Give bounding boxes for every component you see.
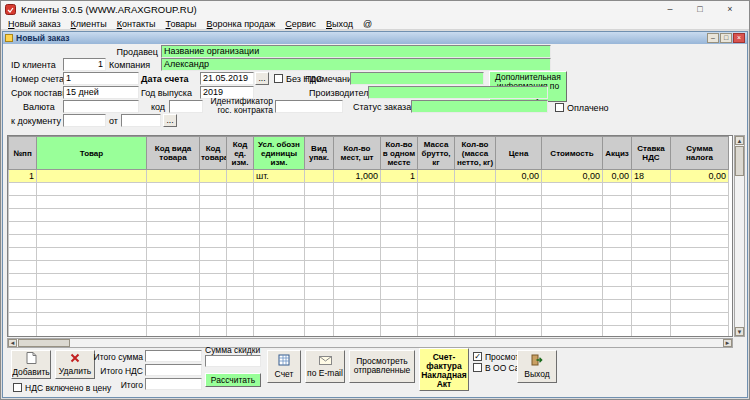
table-cell[interactable] [9,196,37,209]
menu-item-products[interactable]: Товары [161,18,202,30]
maximize-button[interactable]: □ [685,1,715,18]
table-cell[interactable] [254,222,305,235]
column-header-7[interactable]: Кол-во мест, шт [334,137,381,170]
table-cell[interactable] [632,326,671,338]
table-cell[interactable] [632,248,671,261]
seller-field[interactable]: Название организации [161,45,551,58]
table-cell[interactable] [305,261,334,274]
table-cell[interactable] [37,313,147,326]
preview-checkbox[interactable] [473,352,482,361]
table-cell[interactable] [496,326,542,338]
table-cell[interactable] [632,222,671,235]
menu-item-exit[interactable]: Выход [321,18,358,30]
table-cell[interactable] [542,209,603,222]
table-cell[interactable] [37,235,147,248]
table-cell[interactable] [542,287,603,300]
table-row[interactable] [9,222,729,235]
invoice-number-field[interactable]: 1 [63,72,139,85]
table-cell[interactable] [37,196,147,209]
table-cell[interactable] [671,326,729,338]
table-cell[interactable]: 0,00 [496,170,542,183]
table-cell[interactable] [254,248,305,261]
table-cell[interactable] [496,222,542,235]
table-cell[interactable] [603,248,632,261]
table-cell[interactable] [418,183,455,196]
menu-item-new-order[interactable]: Новый заказ [3,18,66,30]
table-cell[interactable] [334,183,381,196]
table-cell[interactable] [9,183,37,196]
table-cell[interactable] [254,326,305,338]
table-cell[interactable] [9,222,37,235]
table-cell[interactable] [147,209,200,222]
table-cell[interactable] [200,235,227,248]
column-header-12[interactable]: Стоимость [542,137,603,170]
table-cell[interactable] [632,196,671,209]
table-row[interactable] [9,196,729,209]
table-cell[interactable] [496,235,542,248]
table-cell[interactable] [381,300,418,313]
column-header-14[interactable]: Ставка НДС [632,137,671,170]
oo-calc-checkbox[interactable] [473,363,482,372]
table-cell[interactable] [455,261,496,274]
table-cell[interactable] [671,183,729,196]
table-cell[interactable] [496,196,542,209]
table-cell[interactable] [455,222,496,235]
table-cell[interactable] [381,261,418,274]
table-cell[interactable] [418,274,455,287]
table-cell[interactable] [147,326,200,338]
table-cell[interactable] [542,326,603,338]
table-cell[interactable] [455,183,496,196]
column-header-3[interactable]: Код товара [200,137,227,170]
table-cell[interactable] [381,326,418,338]
table-cell[interactable] [227,235,254,248]
table-cell[interactable] [632,235,671,248]
column-header-6[interactable]: Вид упак. [305,137,334,170]
table-row[interactable] [9,274,729,287]
table-cell[interactable] [671,248,729,261]
company-field[interactable]: Александр [161,58,551,71]
table-row[interactable] [9,248,729,261]
table-cell[interactable] [603,287,632,300]
table-cell[interactable] [542,274,603,287]
table-cell[interactable] [254,209,305,222]
table-cell[interactable] [496,313,542,326]
column-header-8[interactable]: Кол-во в одном месте [381,137,418,170]
menu-item-service[interactable]: Сервис [280,18,321,30]
column-header-10[interactable]: Кол-во (масса нетто, кг) [455,137,496,170]
table-cell[interactable] [305,196,334,209]
discount-field[interactable] [205,355,261,367]
table-cell[interactable] [305,222,334,235]
table-cell[interactable] [254,300,305,313]
table-cell[interactable] [227,183,254,196]
table-cell[interactable] [334,261,381,274]
table-cell[interactable] [200,287,227,300]
no-vat-checkbox[interactable] [274,74,283,83]
table-cell[interactable] [334,274,381,287]
table-cell[interactable] [9,248,37,261]
table-cell[interactable] [418,326,455,338]
column-header-2[interactable]: Код вида товара [147,137,200,170]
table-cell[interactable] [305,235,334,248]
table-cell[interactable] [200,209,227,222]
scroll-left-arrow[interactable]: ◄ [8,339,17,347]
table-cell[interactable] [455,248,496,261]
table-cell[interactable] [455,235,496,248]
table-cell[interactable] [334,235,381,248]
table-cell[interactable] [496,183,542,196]
menu-item-contacts[interactable]: Контакты [112,18,161,30]
close-button[interactable]: × [715,1,745,18]
table-cell[interactable] [632,274,671,287]
table-row[interactable] [9,300,729,313]
table-cell[interactable] [418,209,455,222]
table-cell[interactable] [254,287,305,300]
table-cell[interactable] [334,209,381,222]
table-cell[interactable] [254,261,305,274]
table-cell[interactable] [305,300,334,313]
table-cell[interactable] [418,300,455,313]
minimize-button[interactable]: – [655,1,685,18]
table-cell[interactable] [37,170,147,183]
table-cell[interactable] [671,300,729,313]
note-field[interactable] [350,72,484,85]
table-cell[interactable] [542,261,603,274]
table-cell[interactable] [418,235,455,248]
